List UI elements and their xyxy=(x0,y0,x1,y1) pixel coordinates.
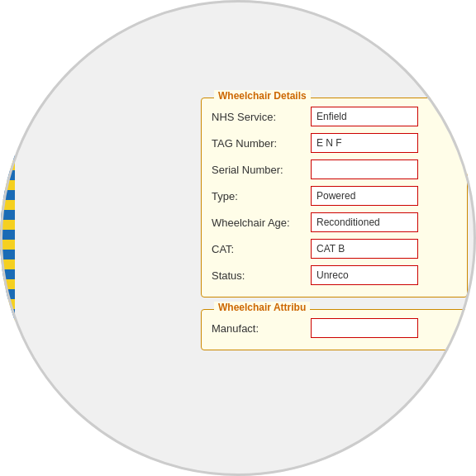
tag-number-label: TAG Number: xyxy=(212,137,311,150)
field-row-manufacturer: Manufact: xyxy=(212,318,457,338)
serial-number-label: Serial Number: xyxy=(212,164,311,176)
field-row-status: Status: xyxy=(212,265,457,285)
wheelchair-details-section: Wheelchair Details NHS Service: TAG Numb… xyxy=(201,98,468,298)
nhs-service-input[interactable] xyxy=(311,107,418,126)
tag-number-input[interactable] xyxy=(311,133,418,153)
attributes-legend: Wheelchair Attribu xyxy=(214,302,310,313)
status-input[interactable] xyxy=(311,265,418,285)
wheelchair-age-label: Wheelchair Age: xyxy=(212,217,311,229)
type-label: Type: xyxy=(212,190,311,202)
field-row-serial: Serial Number: xyxy=(212,159,457,179)
details-legend: Wheelchair Details xyxy=(214,90,311,102)
serial-number-input[interactable] xyxy=(311,159,418,179)
field-row-age: Wheelchair Age: xyxy=(212,212,457,232)
field-row-cat: CAT: xyxy=(212,239,457,259)
cat-input[interactable] xyxy=(311,239,418,259)
field-row-tag: TAG Number: xyxy=(212,133,457,153)
field-row-nhs: NHS Service: xyxy=(212,107,457,126)
manufacturer-label: Manufact: xyxy=(212,322,311,335)
status-label: Status: xyxy=(212,269,311,282)
sidebar-stripes xyxy=(0,31,15,469)
field-row-type: Type: xyxy=(212,186,457,206)
cat-label: CAT: xyxy=(212,243,311,255)
nhs-service-label: NHS Service: xyxy=(212,111,311,123)
wheelchair-age-input[interactable] xyxy=(311,212,418,232)
wheelchair-attributes-section: Wheelchair Attribu Manufact: xyxy=(201,309,468,350)
manufacturer-input[interactable] xyxy=(311,318,418,338)
type-input[interactable] xyxy=(311,186,418,206)
